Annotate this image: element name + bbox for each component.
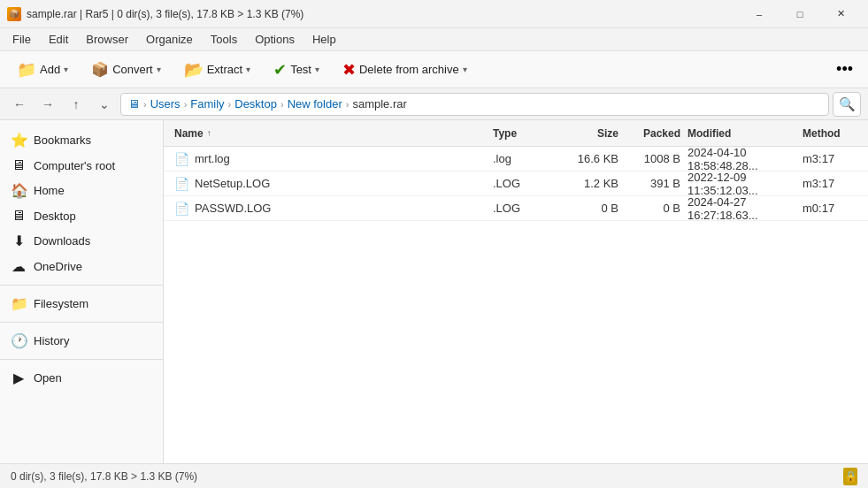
file-modified-1: 2022-12-09 11:35:12.03... (684, 171, 799, 197)
menu-help[interactable]: Help (303, 31, 345, 48)
dropdown-button[interactable]: ⌄ (92, 92, 117, 117)
sidebar-item-filesystem[interactable]: 📁 Filesystem (0, 291, 163, 316)
more-button[interactable]: ••• (828, 56, 861, 83)
extract-button[interactable]: 📂 Extract ▾ (174, 56, 260, 84)
extract-label: Extract (207, 63, 242, 76)
add-chevron: ▾ (64, 65, 68, 74)
breadcrumb-current: sample.rar (352, 97, 406, 111)
col-header-name[interactable]: Name ↑ (171, 127, 489, 140)
file-name-2: 📄 PASSWD.LOG (171, 202, 489, 216)
table-row[interactable]: 📄 NetSetup.LOG .LOG 1.2 KB 391 B 2022-12… (164, 172, 868, 196)
file-size-1: 1.2 KB (551, 177, 622, 190)
computers-root-icon: 🖥 (11, 157, 27, 173)
file-type-2: .LOG (489, 202, 551, 215)
filelist: Name ↑ Type Size Packed Modified Method … (164, 120, 868, 463)
delete-chevron: ▾ (463, 65, 467, 74)
desktop-label: Desktop (34, 210, 76, 223)
history-label: History (34, 334, 69, 347)
up-button[interactable]: ↑ (64, 92, 88, 117)
menubar: File Edit Browser Organize Tools Options… (0, 28, 868, 51)
forward-button[interactable]: → (35, 92, 60, 117)
file-size-0: 16.6 KB (551, 152, 622, 165)
sidebar-divider-2 (0, 322, 163, 323)
col-header-packed[interactable]: Packed (622, 127, 684, 140)
sort-icon: ↑ (207, 128, 211, 138)
filesystem-label: Filesystem (34, 297, 88, 310)
bookmarks-label: Bookmarks (34, 133, 91, 147)
menu-file[interactable]: File (4, 31, 40, 48)
close-button[interactable]: ✕ (820, 0, 861, 28)
sidebar-item-computers-root[interactable]: 🖥 Computer's root (0, 153, 163, 178)
status-text: 0 dir(s), 3 file(s), 17.8 KB > 1.3 KB (7… (11, 470, 197, 483)
menu-edit[interactable]: Edit (40, 31, 77, 48)
sidebar-item-downloads[interactable]: ⬇ Downloads (0, 228, 163, 254)
breadcrumb-family[interactable]: Family (190, 97, 224, 111)
onedrive-icon: ☁ (11, 258, 27, 275)
delete-icon: ✖ (342, 60, 356, 80)
convert-label: Convert (112, 63, 153, 76)
menu-organize[interactable]: Organize (137, 31, 202, 48)
add-button[interactable]: 📁 Add ▾ (7, 56, 78, 84)
extract-icon: 📂 (184, 60, 204, 80)
breadcrumb: 🖥 › Users › Family › Desktop › New folde… (120, 93, 829, 116)
col-header-type[interactable]: Type (489, 127, 551, 140)
bookmarks-icon: ⭐ (11, 132, 27, 149)
col-header-size[interactable]: Size (551, 127, 622, 140)
extract-chevron: ▾ (246, 65, 250, 74)
minimize-button[interactable]: – (739, 0, 780, 28)
sidebar-divider-1 (0, 285, 163, 286)
home-label: Home (34, 184, 65, 197)
onedrive-label: OneDrive (34, 260, 82, 273)
sidebar: ⭐ Bookmarks 🖥 Computer's root 🏠 Home 🖥 D… (0, 120, 164, 463)
breadcrumb-sep-0: › (143, 99, 147, 110)
file-packed-2: 0 B (622, 202, 684, 215)
sidebar-item-onedrive[interactable]: ☁ OneDrive (0, 254, 163, 279)
col-header-modified[interactable]: Modified (684, 127, 799, 140)
filelist-header: Name ↑ Type Size Packed Modified Method (164, 120, 868, 147)
open-icon: ▶ (11, 370, 27, 386)
add-label: Add (40, 63, 60, 76)
breadcrumb-sep-1: › (184, 99, 188, 110)
titlebar-left: 📦 sample.rar | Rar5 | 0 dir(s), 3 file(s… (7, 7, 303, 21)
sidebar-divider-3 (0, 359, 163, 360)
file-method-2: m0:17 (799, 202, 861, 215)
test-button[interactable]: ✔ Test ▾ (264, 56, 329, 84)
table-row[interactable]: 📄 PASSWD.LOG .LOG 0 B 0 B 2024-04-27 16:… (164, 196, 868, 221)
downloads-icon: ⬇ (11, 233, 27, 249)
table-row[interactable]: 📄 mrt.log .log 16.6 KB 1008 B 2024-04-10… (164, 147, 868, 172)
history-icon: 🕐 (11, 332, 27, 349)
file-packed-1: 391 B (622, 177, 684, 190)
back-button[interactable]: ← (7, 92, 32, 117)
menu-tools[interactable]: Tools (202, 31, 246, 48)
col-header-method[interactable]: Method (799, 127, 861, 140)
sidebar-item-desktop[interactable]: 🖥 Desktop (0, 203, 163, 228)
file-type-0: .log (489, 152, 551, 165)
toolbar: 📁 Add ▾ 📦 Convert ▾ 📂 Extract ▾ ✔ Test ▾… (0, 51, 868, 88)
sidebar-item-open[interactable]: ▶ Open (0, 365, 163, 391)
sidebar-item-home[interactable]: 🏠 Home (0, 178, 163, 203)
search-button[interactable]: 🔍 (833, 92, 861, 117)
convert-button[interactable]: 📦 Convert ▾ (81, 56, 171, 84)
file-icon-2: 📄 (174, 202, 189, 216)
open-label: Open (34, 371, 62, 385)
computers-root-label: Computer's root (34, 159, 115, 172)
sidebar-item-history[interactable]: 🕐 History (0, 328, 163, 354)
breadcrumb-computer[interactable]: 🖥 (128, 97, 140, 111)
delete-button[interactable]: ✖ Delete from archive ▾ (333, 56, 477, 84)
file-method-1: m3:17 (799, 177, 861, 190)
file-modified-2: 2024-04-27 16:27:18.63... (684, 195, 799, 222)
statusbar: 0 dir(s), 3 file(s), 17.8 KB > 1.3 KB (7… (0, 463, 868, 488)
home-icon: 🏠 (11, 182, 27, 199)
breadcrumb-newfolder[interactable]: New folder (288, 97, 342, 111)
file-packed-0: 1008 B (622, 152, 684, 165)
maximize-button[interactable]: □ (780, 0, 820, 28)
menu-browser[interactable]: Browser (77, 31, 137, 48)
delete-label: Delete from archive (359, 63, 459, 76)
breadcrumb-users[interactable]: Users (150, 97, 181, 111)
breadcrumb-desktop[interactable]: Desktop (234, 97, 277, 111)
menu-options[interactable]: Options (246, 31, 303, 48)
file-type-1: .LOG (489, 177, 551, 190)
lock-icon: 🔒 (843, 468, 857, 485)
test-chevron: ▾ (315, 65, 319, 74)
file-name-1: 📄 NetSetup.LOG (171, 177, 489, 191)
